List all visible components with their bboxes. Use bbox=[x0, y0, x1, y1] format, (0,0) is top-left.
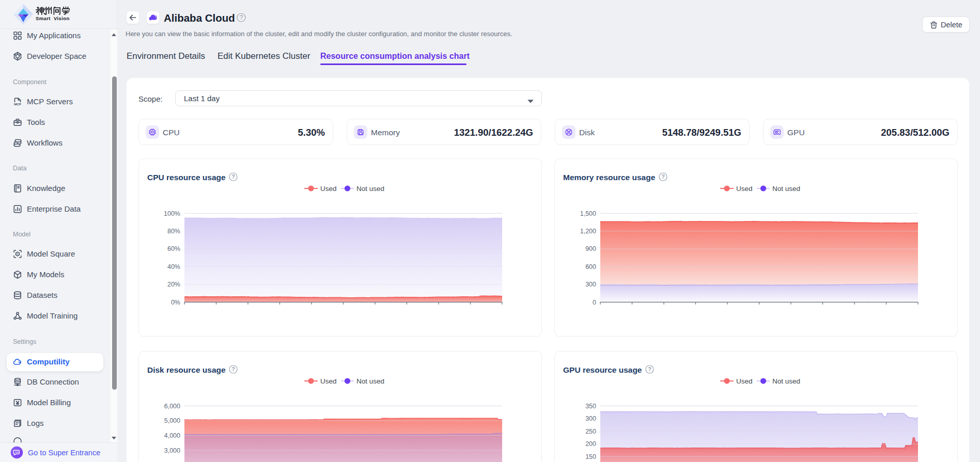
svg-text:40%: 40% bbox=[167, 263, 180, 270]
svg-text:80%: 80% bbox=[167, 228, 180, 235]
svg-text:0%: 0% bbox=[171, 299, 180, 306]
svg-text:200: 200 bbox=[585, 440, 596, 448]
svg-text:150: 150 bbox=[585, 453, 596, 460]
svg-text:900: 900 bbox=[585, 245, 596, 252]
svg-text:250: 250 bbox=[585, 428, 596, 435]
svg-text:1,500: 1,500 bbox=[580, 210, 596, 217]
svg-text:350: 350 bbox=[585, 403, 596, 410]
svg-text:600: 600 bbox=[585, 263, 596, 270]
svg-text:300: 300 bbox=[585, 415, 596, 422]
svg-text:1,200: 1,200 bbox=[580, 228, 596, 235]
svg-text:20%: 20% bbox=[167, 281, 180, 288]
svg-text:4,000: 4,000 bbox=[164, 432, 180, 439]
svg-text:60%: 60% bbox=[167, 245, 180, 252]
svg-text:5,000: 5,000 bbox=[164, 417, 180, 424]
svg-text:?: ? bbox=[240, 14, 243, 21]
svg-text:100%: 100% bbox=[164, 210, 180, 217]
svg-text:6,000: 6,000 bbox=[164, 403, 180, 410]
svg-text:0: 0 bbox=[593, 299, 596, 306]
svg-text:300: 300 bbox=[585, 281, 596, 288]
svg-text:3,000: 3,000 bbox=[164, 447, 180, 454]
svg-text:MCP: MCP bbox=[14, 102, 21, 106]
